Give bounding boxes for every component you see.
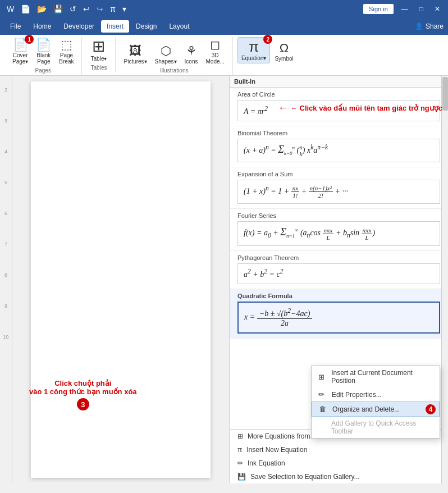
area-formula-math: A = πr2	[244, 107, 268, 116]
menu-home[interactable]: Home	[28, 20, 57, 33]
open-icon[interactable]: 📂	[35, 3, 49, 15]
shapes-icon: ⬡	[161, 45, 171, 57]
equation-binomial-theorem[interactable]: Binomial Theorem (x + a)n = Σk=0n (nk) x…	[230, 126, 448, 168]
insert-new-equation-item[interactable]: π Insert New Equation	[230, 443, 441, 457]
icons-icon: ⚘	[186, 45, 197, 57]
share-icon: 👤	[415, 22, 423, 30]
click-annotation-line1: Click chuột phải	[29, 379, 137, 387]
callout-message: ← Click vào dấu mũi tên tam giác trở ngư…	[290, 104, 442, 112]
menu-layout[interactable]: Layout	[163, 20, 195, 33]
table-icon: ⊞	[92, 39, 105, 54]
pythagorean-label: Pythagorean Theorem	[237, 254, 440, 261]
equation-pythagorean[interactable]: Pythagorean Theorem a2 + b2 = c2	[230, 251, 448, 290]
table-label: Table▾	[91, 56, 107, 62]
ctx-gallery-label: Add Gallery to Quick Access Toolbar	[331, 419, 433, 435]
callout-arrow-icon: ←	[278, 102, 288, 114]
more-equations-icon: ⊞	[237, 432, 243, 440]
insert-equation-icon: π	[237, 446, 242, 454]
menu-file[interactable]: File	[4, 20, 26, 33]
ink-equation-item[interactable]: ✏ Ink Equation	[230, 457, 441, 470]
context-menu: ⊞ Insert at Current Document Position ✏ …	[311, 366, 440, 439]
dropdown-icon[interactable]: ▾	[120, 3, 129, 15]
scroll-thumb[interactable]	[442, 77, 448, 111]
document-area: Click chuột phải vào 1 công thức bạn muố…	[12, 76, 229, 483]
table-button[interactable]: ⊞ Table▾	[88, 37, 111, 63]
share-button[interactable]: 👤 Share	[415, 22, 444, 30]
ruler-mark-6: 6	[4, 211, 7, 216]
ruler-mark-3: 3	[4, 118, 7, 124]
ribbon-group-equation: π Equation▾ 2 Ω Symbol	[233, 37, 301, 66]
page-break-button[interactable]: ⬚ PageBreak	[56, 37, 77, 66]
app-window: W 📄 📂 💾 ↺ ↩ ↪ π ▾ Sign in — □ ✕ File Hom…	[0, 0, 448, 483]
minimize-button[interactable]: —	[398, 4, 412, 14]
insert-equation-label: Insert New Equation	[246, 446, 307, 454]
menu-design[interactable]: Design	[130, 20, 162, 33]
save-selection-item[interactable]: 💾 Save Selection to Equation Gallery...	[230, 470, 441, 483]
signin-button[interactable]: Sign in	[363, 4, 394, 14]
title-bar-left: W 📄 📂 💾 ↺ ↩ ↪ π ▾	[4, 3, 129, 15]
pi-icon[interactable]: π	[108, 3, 118, 15]
equation-fourier-series[interactable]: Fourier Series f(x) = a0 + Σn=1∞ (ancos …	[230, 209, 448, 250]
menu-developer[interactable]: Developer	[58, 20, 100, 33]
ctx-organize-label: Organize and Delete...	[332, 405, 400, 413]
symbol-button[interactable]: Ω Symbol	[271, 40, 296, 63]
panel-header-label: Built-In	[234, 78, 255, 85]
ruler-mark-7: 7	[4, 241, 7, 247]
equation-quadratic[interactable]: Quadratic Formula x = −b ± √(b2−4ac) 2a	[230, 289, 448, 339]
ruler-mark-4: 4	[4, 149, 7, 154]
maximize-button[interactable]: □	[416, 4, 427, 14]
menu-insert[interactable]: Insert	[101, 20, 129, 33]
expansion-formula: (1 + x)n = 1 + nx 1! + n(n−1)x² 2! + ···	[237, 180, 440, 204]
fourier-label: Fourier Series	[237, 212, 440, 219]
ctx-insert-position[interactable]: ⊞ Insert at Current Document Position	[312, 366, 440, 387]
pages-buttons: 📄 CoverPage▾ 1 📄 BlankPage ⬚ PageBreak	[9, 37, 77, 66]
save-icon[interactable]: 💾	[51, 3, 65, 15]
illustrations-buttons: 🖼 Pictures▾ ⬡ Shapes▾ ⚘ Icons ◻ 3DMode..…	[120, 37, 227, 66]
blank-page-button[interactable]: 📄 BlankPage	[33, 37, 54, 66]
symbol-icon: Ω	[280, 42, 289, 54]
ctx-edit-label: Edit Properties...	[332, 391, 382, 399]
ctx-edit-icon: ✏	[318, 390, 327, 399]
fourier-formula: f(x) = a0 + Σn=1∞ (ancos nπx L + bnsin n…	[237, 221, 440, 245]
3d-models-button[interactable]: ◻ 3DMode...	[203, 37, 228, 66]
binomial-formula: (x + a)n = Σk=0n (nk) xkan−k	[237, 139, 440, 163]
undo-icon[interactable]: ↩	[81, 3, 92, 15]
equation-panel: Built-In Area of Circle A = πr2 Binomial…	[229, 76, 448, 483]
ruler-mark-5: 5	[4, 180, 7, 185]
ctx-edit-properties[interactable]: ✏ Edit Properties...	[312, 387, 440, 401]
redo-icon: ↪	[94, 3, 106, 15]
equation-icon: π	[249, 39, 259, 54]
pictures-label: Pictures▾	[124, 58, 147, 65]
ruler-mark-9: 9	[4, 303, 7, 309]
click-annotation: Click chuột phải vào 1 công thức bạn muố…	[29, 379, 137, 410]
cover-page-label: CoverPage▾	[12, 52, 28, 65]
word-icon: W	[4, 3, 16, 15]
ctx-add-gallery: Add Gallery to Quick Access Toolbar	[312, 417, 440, 438]
shapes-button[interactable]: ⬡ Shapes▾	[152, 43, 180, 66]
equation-wrapper: π Equation▾ 2	[237, 37, 270, 63]
ctx-organize-delete[interactable]: 🗑 Organize and Delete... 4	[312, 401, 440, 417]
ruler-mark-2: 2	[4, 87, 7, 93]
main-area: 2 3 4 5 6 7 8 9 10 Click chuột phải vào …	[0, 76, 448, 483]
autosave-icon[interactable]: ↺	[67, 3, 79, 15]
shapes-label: Shapes▾	[155, 58, 177, 65]
icons-label: Icons	[185, 58, 198, 65]
area-of-circle-label: Area of Circle	[237, 91, 440, 98]
quadratic-label: Quadratic Formula	[237, 293, 440, 299]
share-label: Share	[426, 22, 444, 30]
expansion-label: Expansion of a Sum	[237, 171, 440, 177]
ribbon: 📄 CoverPage▾ 1 📄 BlankPage ⬚ PageBreak P…	[0, 35, 448, 76]
panel-scrollbar[interactable]	[441, 76, 448, 483]
panel-header: Built-In	[230, 76, 448, 88]
icons-button[interactable]: ⚘ Icons	[181, 43, 202, 66]
ribbon-group-pages: 📄 CoverPage▾ 1 📄 BlankPage ⬚ PageBreak P…	[4, 37, 82, 75]
step3-badge: 3	[77, 398, 89, 410]
equation-expansion-of-sum[interactable]: Expansion of a Sum (1 + x)n = 1 + nx 1! …	[230, 167, 448, 209]
pictures-button[interactable]: 🖼 Pictures▾	[120, 43, 150, 66]
click-annotation-line2: vào 1 công thức bạn muốn xóa	[29, 387, 137, 396]
document-page	[31, 81, 211, 478]
expansion-math: (1 + x)n = 1 + nx 1! + n(n−1)x² 2! + ···	[244, 187, 348, 195]
pictures-icon: 🖼	[129, 45, 141, 57]
new-doc-icon[interactable]: 📄	[19, 3, 33, 15]
close-button[interactable]: ✕	[431, 4, 444, 14]
